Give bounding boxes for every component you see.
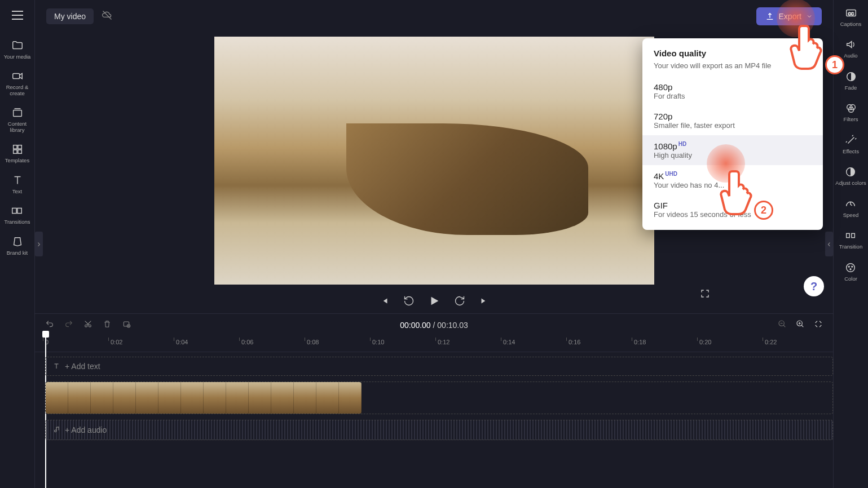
video-clip[interactable] <box>46 382 362 414</box>
fullscreen-button[interactable] <box>700 289 710 301</box>
sidebar-item-transitions[interactable]: Transitions <box>4 205 30 225</box>
transition-sm-icon <box>844 229 857 242</box>
sidebar-item-transition[interactable]: Transition <box>839 229 862 250</box>
zoom-out-button[interactable] <box>778 320 787 331</box>
text-track[interactable]: + Add text <box>45 357 833 376</box>
camera-icon <box>11 70 24 82</box>
time-display: 00:00.00 / 00:10.03 <box>400 321 468 330</box>
cc-icon: CC <box>845 7 857 19</box>
tracks: + Add text + Add audio <box>35 352 833 440</box>
fade-icon <box>845 70 857 83</box>
brand-icon <box>11 236 24 248</box>
timeline-area: 00:00.00 / 00:10.03 00:020:040:060:080:1… <box>35 313 833 488</box>
ruler-mark: 0:12 <box>438 339 450 345</box>
cut-button[interactable] <box>83 320 92 331</box>
split-button[interactable] <box>122 320 131 331</box>
delete-button[interactable] <box>103 320 112 331</box>
quality-option-720p[interactable]: 720pSmaller file, faster export <box>642 106 823 135</box>
cloud-off-icon[interactable] <box>102 10 113 23</box>
redo-button[interactable] <box>64 320 73 331</box>
text-icon <box>11 174 24 187</box>
svg-rect-3 <box>12 74 19 79</box>
svg-rect-8 <box>17 150 21 153</box>
sidebar-item-brand-kit[interactable]: Brand kit <box>7 236 28 256</box>
ruler-mark: 0:04 <box>176 339 188 345</box>
svg-rect-19 <box>852 233 855 237</box>
svg-rect-7 <box>13 150 16 153</box>
svg-text:CC: CC <box>848 11 854 16</box>
ruler-mark: 0:20 <box>699 339 711 345</box>
dropdown-title: Video quality <box>654 48 812 58</box>
svg-rect-6 <box>17 145 21 149</box>
speaker-icon <box>845 38 857 51</box>
upload-icon <box>765 12 774 21</box>
quality-option-4k[interactable]: 4KUHDYour video has no 4... <box>642 165 823 195</box>
left-sidebar: Your media Record & create Content libra… <box>0 0 35 488</box>
zoom-in-button[interactable] <box>796 320 805 331</box>
speedometer-icon <box>844 198 857 210</box>
ruler-mark: 0:16 <box>569 339 580 345</box>
preview-frame <box>346 123 588 235</box>
contrast-icon <box>844 166 857 178</box>
sidebar-item-captions[interactable]: CCCaptions <box>840 7 862 27</box>
palette-icon <box>844 261 857 274</box>
fit-button[interactable] <box>814 320 823 331</box>
timeline-ruler[interactable]: 00:020:040:060:080:100:120:140:160:180:2… <box>35 336 833 352</box>
sidebar-item-templates[interactable]: Templates <box>5 143 29 163</box>
skip-forward-button[interactable] <box>479 296 489 308</box>
sidebar-item-your-media[interactable]: Your media <box>4 39 31 60</box>
quality-option-gif[interactable]: GIFFor videos 15 seconds or less <box>642 195 823 224</box>
svg-point-22 <box>852 266 853 267</box>
wand-icon <box>845 134 857 147</box>
sidebar-item-filters[interactable]: Filters <box>844 102 858 122</box>
sidebar-item-text[interactable]: Text <box>11 174 24 194</box>
svg-point-21 <box>849 266 850 267</box>
ruler-mark: 0:10 <box>372 339 384 345</box>
top-bar: My video Export <box>35 0 833 33</box>
folder-icon <box>11 39 24 52</box>
ruler-mark: 0:22 <box>765 339 777 345</box>
ruler-mark: 0:18 <box>634 339 646 345</box>
skip-back-button[interactable] <box>380 296 390 308</box>
dropdown-subtitle: Your video will export as an MP4 file <box>654 61 812 70</box>
svg-rect-4 <box>13 110 21 117</box>
help-button[interactable]: ? <box>804 276 824 296</box>
grid-icon <box>11 143 24 156</box>
transition-icon <box>11 205 23 217</box>
project-title[interactable]: My video <box>46 8 94 24</box>
ruler-mark: 0:08 <box>307 339 319 345</box>
ruler-mark: 0:02 <box>111 339 122 345</box>
play-button[interactable] <box>428 295 440 309</box>
sidebar-item-content-library[interactable]: Content library <box>0 107 34 133</box>
export-button[interactable]: Export <box>756 7 822 25</box>
export-quality-dropdown: Video quality Your video will export as … <box>642 38 823 230</box>
sidebar-item-effects[interactable]: Effects <box>843 134 859 154</box>
svg-point-23 <box>851 268 852 269</box>
svg-point-20 <box>847 263 855 272</box>
sidebar-item-speed[interactable]: Speed <box>843 198 858 218</box>
quality-option-480p[interactable]: 480pFor drafts <box>642 77 823 106</box>
sidebar-item-color[interactable]: Color <box>844 261 857 282</box>
library-icon <box>11 107 24 119</box>
rewind-button[interactable] <box>403 295 415 309</box>
ruler-mark: 0:06 <box>241 339 253 345</box>
sidebar-item-audio[interactable]: Audio <box>844 38 857 59</box>
svg-rect-10 <box>17 208 21 213</box>
video-track[interactable] <box>45 381 833 414</box>
quality-option-1080p[interactable]: 1080pHDHigh quality <box>642 135 823 165</box>
svg-rect-9 <box>12 208 16 213</box>
sidebar-item-record-create[interactable]: Record & create <box>0 70 34 96</box>
annotation-number-1: 1 <box>825 55 844 74</box>
timeline-toolbar: 00:00.00 / 00:10.03 <box>35 314 833 336</box>
menu-icon[interactable] <box>11 10 24 23</box>
video-preview[interactable] <box>214 37 654 285</box>
audio-track[interactable]: + Add audio <box>45 420 833 440</box>
sidebar-item-adjust-colors[interactable]: Adjust colors <box>835 166 866 186</box>
forward-button[interactable] <box>454 295 465 309</box>
undo-button[interactable] <box>45 320 54 331</box>
sidebar-item-fade[interactable]: Fade <box>845 70 857 91</box>
svg-rect-18 <box>847 233 850 237</box>
ruler-mark: 0:14 <box>503 339 515 345</box>
music-icon <box>52 426 60 434</box>
annotation-number-2: 2 <box>754 201 773 220</box>
